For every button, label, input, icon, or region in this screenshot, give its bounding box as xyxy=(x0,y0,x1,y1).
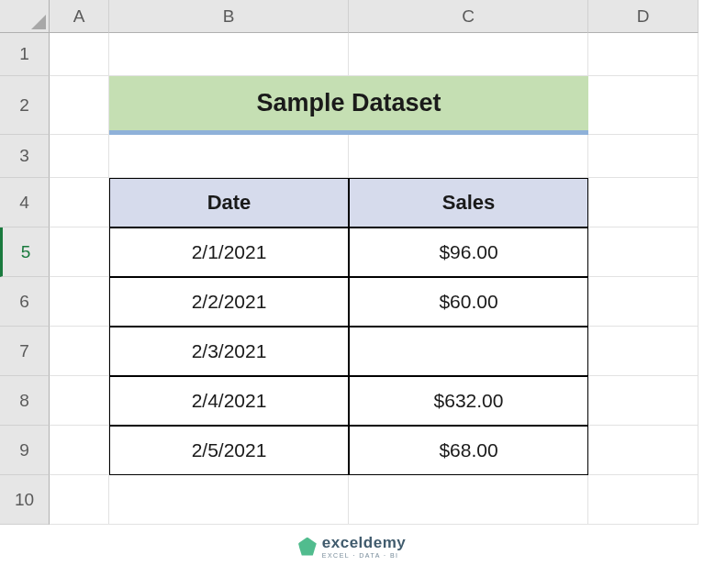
cell-d10[interactable] xyxy=(588,475,698,525)
row-header-10[interactable]: 10 xyxy=(0,475,50,525)
table-row[interactable]: 2/3/2021 xyxy=(109,327,349,376)
table-row[interactable]: 2/4/2021 xyxy=(109,376,349,426)
cell-c10[interactable] xyxy=(349,475,588,525)
table-row[interactable]: 2/1/2021 xyxy=(109,227,349,277)
cell-a6[interactable] xyxy=(50,277,109,327)
col-header-a[interactable]: A xyxy=(50,0,109,33)
row-header-7[interactable]: 7 xyxy=(0,327,50,376)
table-row[interactable]: $60.00 xyxy=(349,277,588,327)
spreadsheet-grid: A B C D 1 2 Sample Dataset 3 4 Date Sale… xyxy=(0,0,704,525)
col-header-d[interactable]: D xyxy=(588,0,698,33)
cell-a8[interactable] xyxy=(50,376,109,426)
dataset-title[interactable]: Sample Dataset xyxy=(109,76,588,135)
row-header-8[interactable]: 8 xyxy=(0,376,50,426)
table-row[interactable] xyxy=(349,327,588,376)
brand-text: exceldemy EXCEL · DATA · BI xyxy=(322,534,406,559)
brand-tagline: EXCEL · DATA · BI xyxy=(322,552,406,559)
cell-d4[interactable] xyxy=(588,178,698,227)
cell-d2[interactable] xyxy=(588,76,698,135)
table-row[interactable]: $632.00 xyxy=(349,376,588,426)
cell-d1[interactable] xyxy=(588,33,698,76)
table-row[interactable]: $96.00 xyxy=(349,227,588,277)
cell-c1[interactable] xyxy=(349,33,588,76)
cell-d5[interactable] xyxy=(588,227,698,277)
col-header-c[interactable]: C xyxy=(349,0,588,33)
table-row[interactable]: $68.00 xyxy=(349,426,588,475)
row-header-3[interactable]: 3 xyxy=(0,135,50,178)
cell-a4[interactable] xyxy=(50,178,109,227)
table-row[interactable]: 2/5/2021 xyxy=(109,426,349,475)
cell-a2[interactable] xyxy=(50,76,109,135)
select-all-corner[interactable] xyxy=(0,0,50,33)
cell-b1[interactable] xyxy=(109,33,349,76)
row-header-6[interactable]: 6 xyxy=(0,277,50,327)
cell-c3[interactable] xyxy=(349,135,588,178)
watermark: exceldemy EXCEL · DATA · BI xyxy=(298,534,406,559)
cell-b3[interactable] xyxy=(109,135,349,178)
cell-a7[interactable] xyxy=(50,327,109,376)
cell-d9[interactable] xyxy=(588,426,698,475)
cell-a10[interactable] xyxy=(50,475,109,525)
row-header-5[interactable]: 5 xyxy=(0,227,50,277)
row-header-1[interactable]: 1 xyxy=(0,33,50,76)
cell-d6[interactable] xyxy=(588,277,698,327)
row-header-4[interactable]: 4 xyxy=(0,178,50,227)
cell-a5[interactable] xyxy=(50,227,109,277)
row-header-2[interactable]: 2 xyxy=(0,76,50,135)
brand-name: exceldemy xyxy=(322,534,406,552)
table-header-date[interactable]: Date xyxy=(109,178,349,227)
cell-b10[interactable] xyxy=(109,475,349,525)
brand-icon xyxy=(298,538,317,556)
col-header-b[interactable]: B xyxy=(109,0,349,33)
table-header-sales[interactable]: Sales xyxy=(349,178,588,227)
cell-a1[interactable] xyxy=(50,33,109,76)
cell-d8[interactable] xyxy=(588,376,698,426)
cell-a9[interactable] xyxy=(50,426,109,475)
table-row[interactable]: 2/2/2021 xyxy=(109,277,349,327)
cell-d3[interactable] xyxy=(588,135,698,178)
row-header-9[interactable]: 9 xyxy=(0,426,50,475)
cell-d7[interactable] xyxy=(588,327,698,376)
cell-a3[interactable] xyxy=(50,135,109,178)
